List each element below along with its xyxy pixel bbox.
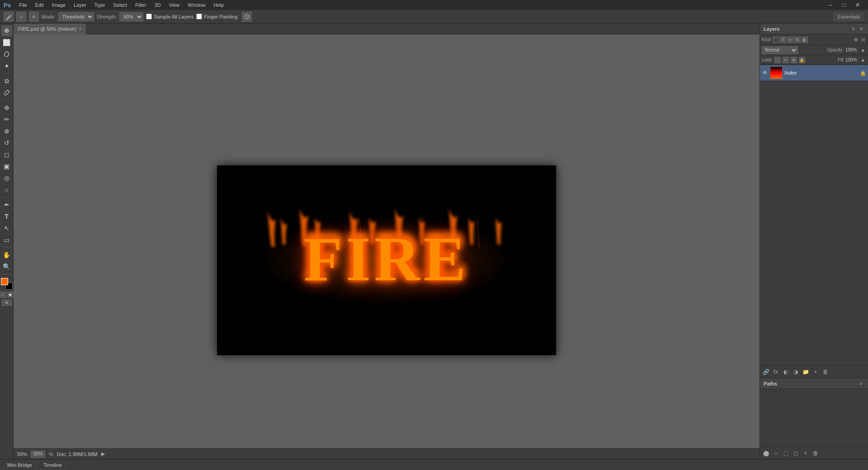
menu-view[interactable]: View (165, 1, 184, 9)
fill-path-button[interactable]: ⬤ (762, 449, 770, 457)
clone-stamp-tool[interactable]: ⊗ (1, 126, 12, 136)
content-area: ✥ ⬜ ✦ ⧉ ⊕ ✏ ⊗ ↺ ◻ ▣ ◎ ○ ✒ T ↖ ▭ (0, 24, 868, 459)
shape-tool[interactable]: ▭ (1, 235, 12, 245)
lock-image-button[interactable]: ✏ (783, 57, 789, 63)
move-tool[interactable]: ✥ (1, 25, 12, 36)
add-mask-button[interactable]: ◐ (782, 368, 790, 376)
layers-panel-close-button[interactable]: ✕ (858, 26, 864, 32)
strength-label: Strength: (97, 14, 117, 19)
menu-edit[interactable]: Edit (32, 1, 47, 9)
layers-filter-toggle[interactable]: ⊟ (860, 37, 866, 43)
history-brush-tool[interactable]: ↺ (1, 137, 12, 148)
canvas-scroll-area[interactable]: FIRE (14, 34, 760, 448)
marquee-tool[interactable]: ⬜ (1, 37, 12, 48)
gradient-tool[interactable]: ▣ (1, 161, 12, 172)
fire-text: FIRE (304, 222, 469, 295)
mini-bridge-tab[interactable]: Mini Bridge (4, 461, 36, 469)
kind-mask-button[interactable]: ◐ (802, 37, 808, 43)
screen-mode-button[interactable]: ⧉ (2, 300, 12, 306)
standard-mode-button[interactable]: □ (0, 291, 6, 298)
smudge-tool-icon[interactable] (4, 12, 14, 22)
menu-type[interactable]: Type (91, 1, 109, 9)
paths-panel-icons: ≡ (858, 381, 864, 387)
sample-all-layers-checkbox[interactable] (146, 14, 152, 19)
quick-mask-button[interactable]: ⬟ (7, 291, 14, 298)
timeline-tab[interactable]: Timeline (40, 461, 66, 469)
kind-type-button[interactable]: T (780, 37, 786, 43)
lock-position-button[interactable]: ⊕ (791, 57, 797, 63)
strength-select[interactable]: 50% (119, 12, 143, 21)
kind-effect-button[interactable]: fx (794, 37, 801, 43)
reset-tool-button[interactable] (242, 12, 252, 22)
foreground-color-swatch[interactable] (1, 278, 8, 285)
brush-tool[interactable]: ✏ (1, 114, 12, 125)
eraser-tool[interactable]: ◻ (1, 149, 12, 160)
canvas-inner: FIRE (217, 165, 556, 355)
right-panel: Layers ≡ ✕ Kind ⬛ T ▭ fx ◐ (760, 24, 868, 459)
layers-kind-label: Kind (762, 37, 771, 42)
eyedropper-tool[interactable] (1, 87, 12, 98)
fill-up[interactable]: ▲ (860, 57, 866, 63)
new-path-button[interactable]: + (802, 449, 810, 457)
finger-painting-checkbox[interactable] (196, 14, 202, 19)
doc-info: Doc: 1.98M/1.88M (57, 451, 98, 457)
fill-label: Fill (838, 57, 844, 62)
new-group-button[interactable]: 📁 (802, 368, 810, 376)
type-tool[interactable]: T (1, 211, 12, 222)
paths-panel-menu-button[interactable]: ≡ (858, 381, 864, 387)
tab-close-button[interactable]: × (79, 26, 82, 31)
menu-3d[interactable]: 3D (151, 1, 165, 9)
close-button[interactable]: ✕ (851, 0, 864, 10)
crop-tool[interactable]: ⧉ (1, 75, 12, 86)
fill-value: 100% (845, 57, 858, 62)
new-layer-button[interactable]: + (811, 368, 820, 376)
layer-visibility-toggle[interactable]: 👁 (762, 70, 768, 76)
layers-panel-menu-button[interactable]: ≡ (850, 26, 857, 32)
menu-filter[interactable]: Filter (132, 1, 150, 9)
hand-tool[interactable]: ✋ (1, 249, 12, 260)
minimize-button[interactable]: ─ (824, 0, 837, 10)
new-adjustment-button[interactable]: ◑ (792, 368, 800, 376)
menu-image[interactable]: Image (48, 1, 70, 9)
delete-path-button[interactable]: 🗑 (811, 449, 820, 457)
document-tab[interactable]: FIRE.psd @ 50% (Index#) × (14, 24, 86, 34)
lasso-tool[interactable] (1, 49, 12, 60)
tool-option1[interactable]: ⊙ (16, 12, 26, 22)
menu-window[interactable]: Window (184, 1, 209, 9)
layers-expand-button[interactable]: ⊞ (853, 37, 859, 43)
blend-mode-select[interactable]: Normal Multiply Screen (762, 46, 798, 54)
layer-index[interactable]: 👁 Index 🔒 (760, 65, 868, 80)
mode-select[interactable]: Threshold (58, 12, 94, 21)
paths-panel-title: Paths (764, 381, 777, 386)
dodge-tool[interactable]: ○ (1, 184, 12, 195)
selection-as-path-button[interactable]: ◻ (792, 449, 800, 457)
path-selection-tool[interactable]: ↖ (1, 223, 12, 234)
restore-button[interactable]: □ (837, 0, 851, 10)
add-style-button[interactable]: fx (772, 368, 780, 376)
opacity-up[interactable]: ▲ (860, 47, 866, 53)
menu-help[interactable]: Help (210, 1, 227, 9)
menu-layer[interactable]: Layer (70, 1, 90, 9)
pen-tool[interactable]: ✒ (1, 199, 12, 210)
kind-pixel-button[interactable]: ⬛ (773, 37, 779, 43)
tool-option2[interactable]: ⊕ (29, 12, 39, 22)
layers-lock-row: Lock: ⬚ ✏ ⊕ 🔒 Fill 100% ▲ (760, 55, 868, 65)
lock-transparent-button[interactable]: ⬚ (774, 57, 781, 63)
zoom-input[interactable] (31, 451, 45, 458)
path-as-selection-button[interactable]: ⬚ (782, 449, 790, 457)
link-layers-button[interactable]: 🔗 (762, 368, 770, 376)
kind-shape-button[interactable]: ▭ (787, 37, 793, 43)
status-arrow[interactable]: ▶ (101, 451, 105, 457)
essentials-label[interactable]: Essentials (834, 13, 864, 21)
zoom-tool[interactable]: 🔍 (1, 261, 12, 272)
delete-layer-button[interactable]: 🗑 (821, 368, 830, 376)
stroke-path-button[interactable]: ○ (772, 449, 780, 457)
menu-file[interactable]: File (15, 1, 31, 9)
opacity-label: Opacity: (827, 47, 844, 52)
healing-tool[interactable]: ⊕ (1, 102, 12, 113)
quick-select-tool[interactable]: ✦ (1, 61, 12, 71)
color-picker-area[interactable] (1, 278, 13, 290)
menu-select[interactable]: Select (110, 1, 131, 9)
blur-tool[interactable]: ◎ (1, 173, 12, 183)
lock-all-button[interactable]: 🔒 (799, 57, 805, 63)
